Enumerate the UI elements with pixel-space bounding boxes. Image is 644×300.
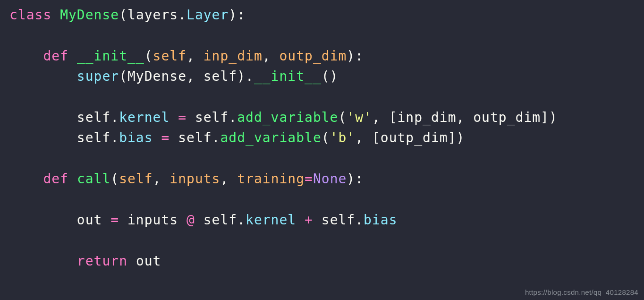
code-token xyxy=(9,110,77,125)
code-token: class xyxy=(9,7,60,23)
code-block: class MyDense(layers.Layer): def __init_… xyxy=(0,0,644,271)
code-token: kernel xyxy=(119,110,169,125)
code-token: ( xyxy=(119,7,127,23)
code-token: . xyxy=(212,130,220,146)
code-token: . xyxy=(178,7,186,23)
code-token: inputs xyxy=(169,171,220,187)
code-token: self xyxy=(77,130,110,146)
code-token: super xyxy=(77,69,119,84)
watermark-text: https://blog.csdn.net/qq_40128284 xyxy=(525,288,638,296)
code-token xyxy=(153,130,161,146)
code-token: return xyxy=(77,253,127,269)
code-token: = xyxy=(305,171,313,187)
code-token: ). xyxy=(237,69,254,84)
code-token: self xyxy=(77,110,110,125)
code-token: __init__ xyxy=(254,69,322,84)
code-token: inputs xyxy=(127,212,178,228)
code-token: add_variable xyxy=(220,130,321,146)
code-token xyxy=(127,253,136,269)
code-line: return out xyxy=(9,253,161,269)
code-token: outp_dim xyxy=(279,48,347,64)
code-token: __init__ xyxy=(77,48,144,64)
code-line: def call(self, inputs, training=None): xyxy=(9,171,364,187)
code-token xyxy=(9,48,43,64)
code-token: out xyxy=(136,253,161,269)
code-token: ]) xyxy=(448,130,465,146)
code-token: ]) xyxy=(541,110,558,125)
code-token: outp_dim xyxy=(381,130,448,146)
code-token: outp_dim xyxy=(473,110,541,125)
code-token: = xyxy=(178,110,186,125)
code-token: @ xyxy=(186,212,195,228)
code-token: . xyxy=(237,212,246,228)
code-token xyxy=(9,171,43,187)
code-token: self xyxy=(178,130,212,146)
code-token: = xyxy=(110,212,119,228)
code-token: , xyxy=(457,110,474,125)
code-token: , [ xyxy=(372,110,398,125)
code-token xyxy=(195,212,203,228)
code-line: self.bias = self.add_variable('b', [outp… xyxy=(9,130,465,146)
code-token xyxy=(9,69,77,84)
code-token: MyDense xyxy=(60,7,119,23)
code-token: () xyxy=(322,69,339,84)
code-token: ( xyxy=(144,48,153,64)
code-token: bias xyxy=(119,130,153,146)
code-line: class MyDense(layers.Layer): xyxy=(9,7,246,23)
code-line: out = inputs @ self.kernel + self.bias xyxy=(9,212,398,228)
code-token: ( xyxy=(119,69,127,84)
code-token: ( xyxy=(322,130,330,146)
code-token xyxy=(169,130,178,146)
code-token: inp_dim xyxy=(398,110,457,125)
code-token: def xyxy=(43,171,76,187)
code-token: + xyxy=(305,212,313,228)
code-token xyxy=(313,212,322,228)
code-token xyxy=(296,212,305,228)
code-token: training xyxy=(237,171,305,187)
code-token: . xyxy=(110,130,119,146)
code-token: . xyxy=(229,110,237,125)
code-token: self xyxy=(203,212,237,228)
code-token: self xyxy=(203,69,237,84)
code-token xyxy=(186,110,195,125)
code-token xyxy=(119,212,127,228)
code-token xyxy=(102,212,110,228)
code-token: layers xyxy=(127,7,178,23)
code-token: self xyxy=(119,171,153,187)
code-token xyxy=(169,110,178,125)
code-token: MyDense xyxy=(127,69,186,84)
code-token: , xyxy=(186,69,203,84)
code-token: ( xyxy=(338,110,347,125)
code-token xyxy=(178,212,186,228)
code-token: . xyxy=(110,110,119,125)
code-line: self.kernel = self.add_variable('w', [in… xyxy=(9,110,558,125)
code-token: , [ xyxy=(355,130,381,146)
code-token xyxy=(9,212,77,228)
code-token: 'w' xyxy=(347,110,372,125)
code-token: = xyxy=(161,130,169,146)
code-token: ( xyxy=(110,171,119,187)
code-token: out xyxy=(77,212,102,228)
code-token: ): xyxy=(229,7,246,23)
code-token: kernel xyxy=(246,212,296,228)
code-token: def xyxy=(43,48,76,64)
code-token: , xyxy=(263,48,280,64)
code-token: , xyxy=(220,171,237,187)
code-token: inp_dim xyxy=(203,48,263,64)
code-token: None xyxy=(313,171,347,187)
code-token: self xyxy=(322,212,355,228)
code-token xyxy=(9,253,77,269)
code-token: self xyxy=(195,110,229,125)
code-token: , xyxy=(153,171,170,187)
code-token: self xyxy=(153,48,186,64)
code-token: bias xyxy=(364,212,397,228)
code-token: ): xyxy=(347,48,364,64)
code-token: . xyxy=(355,212,364,228)
code-line: def __init__(self, inp_dim, outp_dim): xyxy=(9,48,364,64)
code-token: ): xyxy=(347,171,364,187)
code-line: super(MyDense, self).__init__() xyxy=(9,69,338,84)
code-token: add_variable xyxy=(237,110,338,125)
code-token: call xyxy=(77,171,110,187)
code-token: Layer xyxy=(186,7,229,23)
code-token: , xyxy=(186,48,203,64)
